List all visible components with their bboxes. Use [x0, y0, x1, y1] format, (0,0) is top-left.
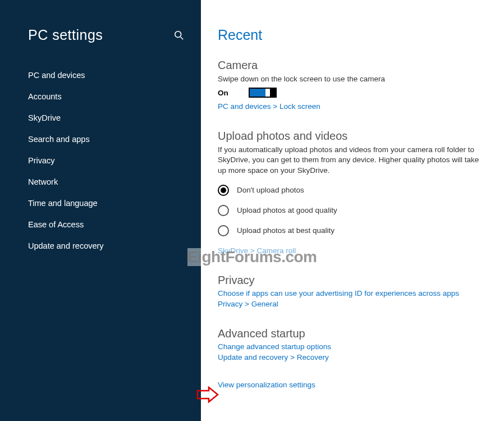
sidebar-item-label: Network	[28, 177, 58, 186]
page-title: Recent	[218, 27, 487, 43]
sidebar-item-label: Search and apps	[28, 135, 90, 144]
radio-label: Don't upload photos	[237, 186, 304, 194]
sidebar-item-label: PC and devices	[28, 71, 85, 80]
startup-heading: Advanced startup	[218, 327, 487, 340]
sidebar-item-privacy[interactable]: Privacy	[0, 150, 201, 171]
radio-good-quality[interactable]: Upload photos at good quality	[218, 200, 487, 221]
section-upload: Upload photos and videos If you automati…	[218, 130, 487, 255]
toggle-thumb	[270, 88, 276, 97]
camera-toggle-label: On	[218, 89, 228, 97]
sidebar-item-label: Accounts	[28, 92, 62, 101]
startup-breadcrumb-link[interactable]: Update and recovery > Recovery	[218, 353, 487, 361]
camera-toggle[interactable]	[249, 88, 277, 98]
camera-breadcrumb-link[interactable]: PC and devices > Lock screen	[218, 102, 487, 111]
radio-label: Upload photos at best quality	[237, 226, 335, 235]
startup-link-1[interactable]: Change advanced startup options	[218, 342, 487, 351]
radio-best-quality[interactable]: Upload photos at best quality	[218, 221, 487, 241]
svg-line-1	[181, 36, 184, 39]
sidebar-title: PC settings	[28, 27, 103, 43]
section-camera: Camera Swipe down on the lock screen to …	[218, 59, 487, 111]
upload-heading: Upload photos and videos	[218, 130, 487, 143]
bottom-link-wrap: View personalization settings	[218, 381, 487, 389]
privacy-heading: Privacy	[218, 274, 487, 287]
sidebar-item-label: Privacy	[28, 156, 55, 165]
radio-dont-upload[interactable]: Don't upload photos	[218, 180, 487, 200]
sidebar-item-pc-and-devices[interactable]: PC and devices	[0, 65, 201, 86]
privacy-link-1[interactable]: Choose if apps can use your advertising …	[218, 289, 487, 298]
upload-breadcrumb-link[interactable]: SkyDrive > Camera roll	[218, 246, 487, 255]
svg-point-0	[175, 31, 181, 37]
radio-icon	[218, 185, 229, 196]
camera-heading: Camera	[218, 59, 487, 72]
upload-radio-group: Don't upload photos Upload photos at goo…	[218, 180, 487, 241]
content-panel: Recent Camera Swipe down on the lock scr…	[201, 0, 504, 421]
sidebar-item-time-and-language[interactable]: Time and language	[0, 193, 201, 214]
sidebar-item-label: Update and recovery	[28, 241, 104, 250]
section-startup: Advanced startup Change advanced startup…	[218, 327, 487, 361]
sidebar-item-label: Time and language	[28, 199, 98, 208]
sidebar-item-update-and-recovery[interactable]: Update and recovery	[0, 235, 201, 257]
radio-icon	[218, 205, 229, 216]
view-personalization-link[interactable]: View personalization settings	[218, 381, 487, 389]
sidebar-item-search-and-apps[interactable]: Search and apps	[0, 129, 201, 150]
sidebar-header: PC settings	[0, 27, 201, 43]
camera-toggle-row: On	[218, 88, 487, 98]
search-icon[interactable]	[174, 30, 184, 40]
upload-desc: If you automatically upload photos and v…	[218, 145, 487, 176]
camera-desc: Swipe down on the lock screen to use the…	[218, 74, 487, 84]
privacy-breadcrumb-link[interactable]: Privacy > General	[218, 300, 487, 308]
section-privacy: Privacy Choose if apps can use your adve…	[218, 274, 487, 308]
sidebar-item-network[interactable]: Network	[0, 171, 201, 193]
sidebar-item-label: Ease of Access	[28, 220, 84, 229]
radio-label: Upload photos at good quality	[237, 206, 337, 214]
radio-icon	[218, 225, 229, 236]
sidebar-item-accounts[interactable]: Accounts	[0, 86, 201, 107]
sidebar-item-skydrive[interactable]: SkyDrive	[0, 107, 201, 129]
sidebar-item-ease-of-access[interactable]: Ease of Access	[0, 214, 201, 235]
toggle-fill	[250, 89, 265, 97]
arrow-annotation-icon	[196, 386, 219, 403]
sidebar-item-label: SkyDrive	[28, 113, 61, 122]
sidebar: PC settings PC and devices Accounts SkyD…	[0, 0, 201, 421]
